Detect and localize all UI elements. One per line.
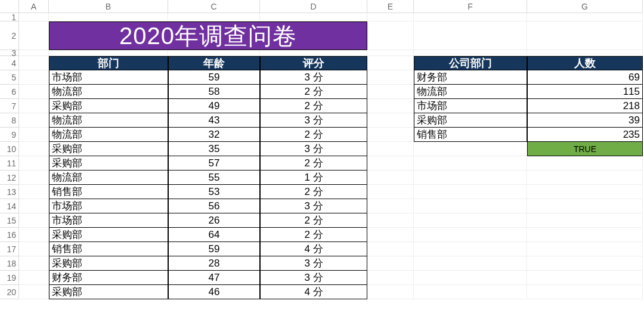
main-cell-dept[interactable]: 物流部	[49, 113, 168, 128]
main-cell-age[interactable]: 35	[168, 142, 260, 156]
summary-cell-count[interactable]: 39	[527, 113, 643, 128]
cell-F2[interactable]	[414, 21, 527, 50]
cell-E13[interactable]	[367, 185, 414, 199]
cell-E10[interactable]	[367, 142, 414, 156]
col-header-D[interactable]: D	[260, 0, 367, 13]
cell-F3[interactable]	[414, 50, 527, 56]
cell-E4[interactable]	[367, 56, 414, 70]
cell-A5[interactable]	[19, 70, 49, 85]
cell-A7[interactable]	[19, 99, 49, 113]
row-header-6[interactable]: 6	[0, 85, 19, 99]
main-cell-score[interactable]: 3 分	[260, 70, 367, 85]
summary-cell-dept[interactable]: 市场部	[414, 99, 527, 113]
select-all-corner[interactable]	[0, 0, 19, 13]
spreadsheet-grid[interactable]: ABCDEFG122020年调查问卷34部门年龄评分公司部门人数5市场部593 …	[0, 0, 644, 299]
main-cell-age[interactable]: 43	[168, 113, 260, 128]
cell-F11[interactable]	[414, 156, 527, 171]
cell-A13[interactable]	[19, 185, 49, 199]
main-cell-age[interactable]: 32	[168, 128, 260, 142]
cell-A1[interactable]	[19, 13, 49, 21]
cell-E9[interactable]	[367, 128, 414, 142]
main-cell-score[interactable]: 3 分	[260, 199, 367, 213]
main-cell-dept[interactable]: 采购部	[49, 256, 168, 271]
main-cell-dept[interactable]: 采购部	[49, 156, 168, 171]
cell-F17[interactable]	[414, 242, 527, 256]
main-cell-score[interactable]: 3 分	[260, 113, 367, 128]
main-cell-dept[interactable]: 市场部	[49, 199, 168, 213]
main-cell-age[interactable]: 56	[168, 199, 260, 213]
main-cell-score[interactable]: 4 分	[260, 242, 367, 256]
main-cell-dept[interactable]: 采购部	[49, 285, 168, 299]
row-header-13[interactable]: 13	[0, 185, 19, 199]
cell-G18[interactable]	[527, 256, 643, 271]
cell-A17[interactable]	[19, 242, 49, 256]
row-header-10[interactable]: 10	[0, 142, 19, 156]
cell-A16[interactable]	[19, 228, 49, 242]
cell-A10[interactable]	[19, 142, 49, 156]
main-cell-age[interactable]: 64	[168, 228, 260, 242]
col-header-C[interactable]: C	[168, 0, 260, 13]
cell-E16[interactable]	[367, 228, 414, 242]
cell-D3[interactable]	[260, 50, 367, 56]
cell-E17[interactable]	[367, 242, 414, 256]
main-cell-age[interactable]: 26	[168, 213, 260, 228]
cell-E15[interactable]	[367, 213, 414, 228]
cell-F19[interactable]	[414, 271, 527, 285]
main-cell-age[interactable]: 57	[168, 156, 260, 171]
main-cell-dept[interactable]: 采购部	[49, 99, 168, 113]
summary-cell-count[interactable]: 235	[527, 128, 643, 142]
cell-E11[interactable]	[367, 156, 414, 171]
cell-E3[interactable]	[367, 50, 414, 56]
row-header-14[interactable]: 14	[0, 199, 19, 213]
cell-E6[interactable]	[367, 85, 414, 99]
cell-A4[interactable]	[19, 56, 49, 70]
cell-F20[interactable]	[414, 285, 527, 299]
cell-A11[interactable]	[19, 156, 49, 171]
cell-F15[interactable]	[414, 213, 527, 228]
main-cell-dept[interactable]: 采购部	[49, 228, 168, 242]
row-header-20[interactable]: 20	[0, 285, 19, 299]
cell-G3[interactable]	[527, 50, 643, 56]
main-cell-age[interactable]: 59	[168, 70, 260, 85]
cell-E20[interactable]	[367, 285, 414, 299]
main-cell-dept[interactable]: 物流部	[49, 85, 168, 99]
main-cell-score[interactable]: 3 分	[260, 271, 367, 285]
main-cell-dept[interactable]: 市场部	[49, 70, 168, 85]
cell-E2[interactable]	[367, 21, 414, 50]
cell-E7[interactable]	[367, 99, 414, 113]
cell-F14[interactable]	[414, 199, 527, 213]
cell-G1[interactable]	[527, 13, 643, 21]
summary-cell-count[interactable]: 69	[527, 70, 643, 85]
main-cell-score[interactable]: 1 分	[260, 171, 367, 185]
col-header-G[interactable]: G	[527, 0, 643, 13]
main-cell-age[interactable]: 47	[168, 271, 260, 285]
col-header-F[interactable]: F	[414, 0, 527, 13]
row-header-15[interactable]: 15	[0, 213, 19, 228]
cell-A12[interactable]	[19, 171, 49, 185]
main-cell-score[interactable]: 3 分	[260, 142, 367, 156]
main-cell-score[interactable]: 2 分	[260, 213, 367, 228]
cell-E19[interactable]	[367, 271, 414, 285]
cell-F18[interactable]	[414, 256, 527, 271]
main-cell-age[interactable]: 55	[168, 171, 260, 185]
main-cell-dept[interactable]: 采购部	[49, 142, 168, 156]
cell-G20[interactable]	[527, 285, 643, 299]
main-cell-score[interactable]: 4 分	[260, 285, 367, 299]
main-cell-score[interactable]: 3 分	[260, 256, 367, 271]
row-header-18[interactable]: 18	[0, 256, 19, 271]
row-header-4[interactable]: 4	[0, 56, 19, 70]
cell-A15[interactable]	[19, 213, 49, 228]
row-header-7[interactable]: 7	[0, 99, 19, 113]
col-header-A[interactable]: A	[19, 0, 49, 13]
cell-A14[interactable]	[19, 199, 49, 213]
row-header-5[interactable]: 5	[0, 70, 19, 85]
cell-F12[interactable]	[414, 171, 527, 185]
cell-A3[interactable]	[19, 50, 49, 56]
main-cell-dept[interactable]: 财务部	[49, 271, 168, 285]
cell-A19[interactable]	[19, 271, 49, 285]
main-cell-dept[interactable]: 销售部	[49, 242, 168, 256]
cell-E5[interactable]	[367, 70, 414, 85]
main-cell-score[interactable]: 2 分	[260, 228, 367, 242]
row-header-8[interactable]: 8	[0, 113, 19, 128]
main-cell-dept[interactable]: 物流部	[49, 171, 168, 185]
